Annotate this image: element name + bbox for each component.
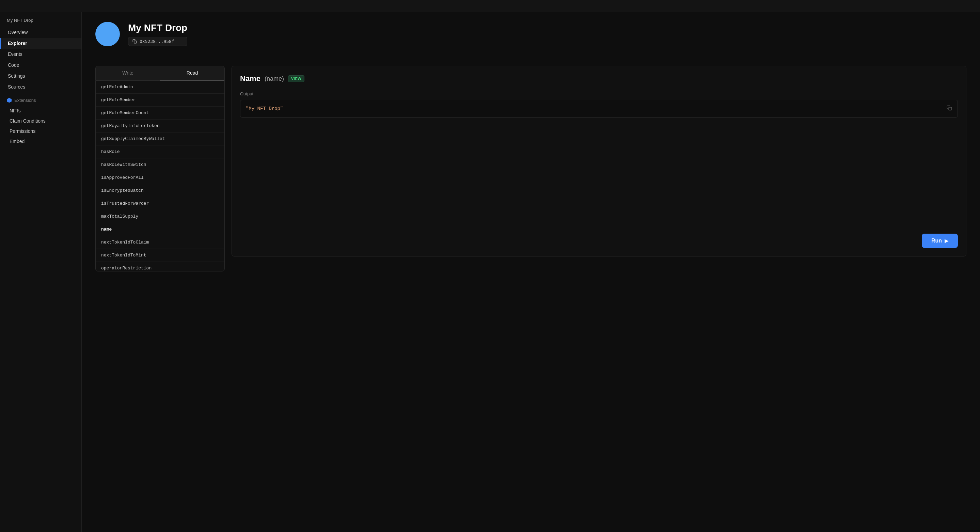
function-item[interactable]: nextTokenIdToClaim: [96, 236, 224, 249]
function-item[interactable]: getRoleMemberCount: [96, 107, 224, 119]
svg-rect-0: [134, 41, 137, 43]
function-item[interactable]: operatorRestriction: [96, 262, 224, 271]
tab-container: Write Read: [95, 66, 225, 81]
sidebar-item-sources[interactable]: Sources: [0, 81, 81, 92]
sidebar: My NFT Drop OverviewExplorerEventsCodeSe…: [0, 12, 82, 532]
copy-icon: [132, 39, 137, 44]
contract-name: My NFT Drop: [128, 22, 187, 33]
sidebar-ext-permissions[interactable]: Permissions: [0, 126, 81, 136]
view-badge: VIEW: [288, 75, 304, 82]
sidebar-ext-nfts[interactable]: NFTs: [0, 105, 81, 116]
function-item[interactable]: hasRoleWithSwitch: [96, 158, 224, 171]
function-item[interactable]: getRoleMember: [96, 94, 224, 107]
tab-read[interactable]: Read: [160, 66, 224, 80]
function-item[interactable]: getSupplyClaimedByWallet: [96, 132, 224, 145]
run-button-container: Run ▶: [240, 234, 958, 248]
sidebar-item-settings[interactable]: Settings: [0, 70, 81, 81]
explorer-body: Write Read getRoleAdmingetRoleMembergetR…: [82, 56, 980, 281]
project-title: My NFT Drop: [0, 18, 81, 27]
extensions-items: NFTsClaim ConditionsPermissionsEmbed: [0, 105, 81, 147]
function-item[interactable]: name: [96, 223, 224, 236]
explorer-panels: Write Read getRoleAdmingetRoleMembergetR…: [95, 66, 966, 271]
contract-avatar: [95, 22, 120, 46]
nav-items: OverviewExplorerEventsCodeSettingsSource…: [0, 27, 81, 92]
function-item[interactable]: hasRole: [96, 145, 224, 158]
main-content: My NFT Drop 0x5238...958f Write Read: [82, 12, 980, 532]
function-item[interactable]: nextTokenIdToMint: [96, 249, 224, 262]
sidebar-item-code[interactable]: Code: [0, 60, 81, 70]
app-layout: My NFT Drop OverviewExplorerEventsCodeSe…: [0, 12, 980, 532]
result-panel: Name (name) VIEW Output "My NFT Drop": [232, 66, 966, 256]
svg-rect-1: [949, 107, 952, 110]
sidebar-ext-claim-conditions[interactable]: Claim Conditions: [0, 116, 81, 126]
run-label: Run: [931, 238, 942, 244]
result-fn-name: (name): [264, 75, 284, 83]
run-icon: ▶: [945, 238, 948, 244]
left-panel: Write Read getRoleAdmingetRoleMembergetR…: [95, 66, 225, 271]
contract-info: My NFT Drop 0x5238...958f: [128, 22, 187, 46]
function-item[interactable]: getRoleAdmin: [96, 81, 224, 94]
sidebar-item-events[interactable]: Events: [0, 49, 81, 60]
function-list: getRoleAdmingetRoleMembergetRoleMemberCo…: [95, 81, 225, 271]
sidebar-ext-embed[interactable]: Embed: [0, 136, 81, 147]
output-copy-icon[interactable]: [947, 105, 952, 112]
result-title-row: Name (name) VIEW: [240, 74, 958, 83]
extensions-icon: [7, 98, 11, 103]
function-item[interactable]: isTrustedForwarder: [96, 197, 224, 210]
result-title: Name: [240, 74, 261, 83]
tab-write[interactable]: Write: [96, 66, 160, 80]
extensions-label: Extensions: [14, 98, 36, 103]
top-bar: [0, 0, 980, 12]
sidebar-item-overview[interactable]: Overview: [0, 27, 81, 38]
output-label: Output: [240, 91, 958, 96]
run-button[interactable]: Run ▶: [922, 234, 958, 248]
output-value: "My NFT Drop": [246, 106, 283, 111]
function-item[interactable]: maxTotalSupply: [96, 210, 224, 223]
extensions-section: Extensions: [0, 92, 81, 105]
function-item[interactable]: getRoyaltyInfoForToken: [96, 119, 224, 132]
function-item[interactable]: isEncryptedBatch: [96, 184, 224, 197]
function-item[interactable]: isApprovedForAll: [96, 171, 224, 184]
output-box: "My NFT Drop": [240, 100, 958, 118]
address-text: 0x5238...958f: [140, 39, 174, 44]
right-panel: Name (name) VIEW Output "My NFT Drop": [232, 66, 966, 271]
contract-address-badge[interactable]: 0x5238...958f: [128, 37, 187, 46]
sidebar-item-explorer[interactable]: Explorer: [0, 38, 81, 49]
contract-header: My NFT Drop 0x5238...958f: [82, 12, 980, 56]
